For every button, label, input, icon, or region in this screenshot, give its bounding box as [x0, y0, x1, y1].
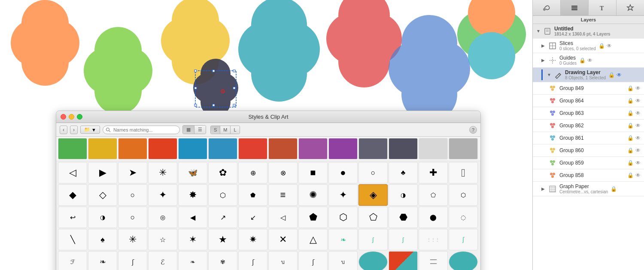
icon-cell[interactable]: ✦	[328, 184, 358, 206]
icon-cell[interactable]: ⬠	[358, 207, 388, 228]
icon-cell[interactable]: ◑	[88, 207, 117, 228]
lock-icon[interactable]: 🔒	[627, 123, 634, 129]
color-cell-gray-light[interactable]	[419, 138, 448, 159]
icon-cell-selected[interactable]: ◈	[358, 184, 388, 206]
layer-group-849[interactable]: Group 849 🔒 👁	[533, 82, 644, 95]
icon-cell[interactable]: ✳	[148, 162, 177, 183]
icon-cell[interactable]: ✺	[298, 184, 328, 206]
icon-cell[interactable]	[358, 251, 388, 270]
icon-cell[interactable]: 🦋	[178, 162, 207, 183]
eye-icon[interactable]: 👁	[635, 172, 641, 178]
color-cell-orange[interactable]	[148, 138, 177, 159]
lock-icon[interactable]: 🔒	[627, 110, 634, 116]
lock-icon[interactable]: 🔒	[598, 43, 605, 49]
icon-cell[interactable]: ◁	[268, 207, 298, 228]
color-cell-blue-light[interactable]	[178, 138, 207, 159]
icon-cell[interactable]: ❧	[88, 251, 117, 270]
icon-cell[interactable]: ♠	[88, 229, 117, 250]
layer-group-860[interactable]: Group 860 🔒 👁	[533, 144, 644, 157]
icon-cell[interactable]: ✳	[118, 229, 147, 250]
color-cell-yellow[interactable]	[88, 138, 117, 159]
lock-icon[interactable]: 🔒	[627, 85, 634, 91]
icon-cell[interactable]: ⬡	[208, 184, 237, 206]
size-m-button[interactable]: M	[220, 126, 231, 134]
icon-cell[interactable]: ℱ	[58, 251, 87, 270]
tab-paint[interactable]	[533, 0, 561, 15]
icon-cell[interactable]: ■	[298, 162, 328, 183]
layer-drawing[interactable]: ▼ Drawing Layer 8 Objects, 1 Selected 🔒 …	[533, 68, 644, 82]
icon-cell[interactable]: ◌	[449, 207, 478, 228]
icon-cell[interactable]: ╲	[58, 229, 87, 250]
icon-cell[interactable]: ʃ	[449, 229, 478, 250]
eye-icon[interactable]: 👁	[635, 123, 641, 129]
lock-icon[interactable]: 🔒	[627, 172, 634, 178]
icon-cell[interactable]: ✦	[148, 184, 177, 206]
icon-cell[interactable]: ✚	[419, 162, 448, 183]
eye-icon[interactable]: 👁	[635, 110, 641, 116]
icon-cell[interactable]: ꭒ	[328, 251, 358, 270]
eye-icon[interactable]: 👁	[607, 43, 612, 49]
icon-cell[interactable]: ↗	[208, 207, 237, 228]
icon-cell[interactable]: ❧	[178, 251, 207, 270]
icon-cell[interactable]: ʃ	[118, 251, 147, 270]
eye-icon[interactable]: 👁	[635, 135, 641, 141]
eye-icon[interactable]: 👁	[635, 147, 641, 153]
icon-cell[interactable]	[389, 251, 418, 270]
icon-cell[interactable]: ━━━━━━	[419, 251, 448, 270]
layer-group-864[interactable]: Group 864 🔒 👁	[533, 95, 644, 107]
tab-styles[interactable]	[617, 0, 644, 15]
lock-icon[interactable]: 🔒	[608, 72, 615, 78]
color-cell-green[interactable]	[58, 138, 87, 159]
icon-cell[interactable]: ●	[328, 162, 358, 183]
icon-cell[interactable]: ⬟	[298, 207, 328, 228]
icon-cell[interactable]: ◆	[58, 184, 87, 206]
size-l-button[interactable]: L	[231, 126, 239, 134]
icon-cell[interactable]: ⬡	[328, 207, 358, 228]
icon-cell[interactable]: ☆	[148, 229, 177, 250]
icon-cell[interactable]: ⬟	[238, 184, 267, 206]
document-item[interactable]: ▼ Untitled 1814.2 x 1360.6 pt, 4 Layers	[533, 24, 644, 39]
layer-group-858[interactable]: Group 858 🔒 👁	[533, 169, 644, 182]
icon-cell[interactable]: ✾	[208, 251, 237, 270]
lock-icon[interactable]: 🔒	[627, 160, 634, 166]
icon-cell[interactable]: ✶	[178, 229, 207, 250]
color-cell-gray-dark[interactable]	[358, 138, 388, 159]
tab-text[interactable]: T	[589, 0, 617, 15]
lock-icon[interactable]: 🔒	[611, 186, 617, 192]
lock-icon[interactable]: 🔒	[627, 135, 634, 141]
icon-cell[interactable]: ℰ	[148, 251, 177, 270]
icon-cell[interactable]: ⬡	[449, 184, 478, 206]
color-cell-purple-light[interactable]	[298, 138, 328, 159]
layer-graph-paper[interactable]: ▶ Graph Paper Centimetre...vs, cartesian…	[533, 182, 644, 196]
back-button[interactable]: ‹	[60, 126, 67, 134]
icon-cell[interactable]: ◑	[389, 184, 418, 206]
color-cell-orange-light[interactable]	[118, 138, 147, 159]
layer-guides[interactable]: ▶ Guides 0 Guides 🔒 👁	[533, 53, 644, 68]
help-button[interactable]: ?	[469, 126, 477, 134]
eye-icon[interactable]: 👁	[635, 85, 641, 91]
lock-icon[interactable]: 🔒	[627, 98, 634, 104]
icon-cell[interactable]: ✷	[238, 229, 267, 250]
maximize-button[interactable]	[77, 114, 82, 120]
icon-cell[interactable]: ⋮⋮⋮	[419, 229, 448, 250]
close-button[interactable]	[61, 114, 66, 120]
icon-cell[interactable]: ▶	[88, 162, 117, 183]
eye-icon[interactable]: 👁	[635, 160, 641, 166]
icon-cell[interactable]: △	[298, 229, 328, 250]
icon-cell[interactable]: ⊗	[268, 162, 298, 183]
icon-cell[interactable]: ∫	[389, 229, 418, 250]
icon-cell[interactable]: ≡	[268, 184, 298, 206]
icon-cell[interactable]: ⬤	[419, 207, 448, 228]
icon-cell[interactable]: ➤	[118, 162, 147, 183]
icon-cell[interactable]: ↩	[58, 207, 87, 228]
layer-group-862[interactable]: Group 862 🔒 👁	[533, 120, 644, 132]
icon-cell[interactable]: ❧	[328, 229, 358, 250]
layer-slices[interactable]: ▶ Slices 0 slices, 0 selected 🔒 👁	[533, 39, 644, 53]
icon-cell[interactable]: ⊕	[238, 162, 267, 183]
color-cell-gray-darker[interactable]	[389, 138, 418, 159]
folder-button[interactable]: 📁▼	[80, 126, 100, 134]
icon-cell[interactable]: ♣	[389, 162, 418, 183]
icon-cell[interactable]: ↙	[238, 207, 267, 228]
color-cell-blue[interactable]	[208, 138, 237, 159]
color-cell-brown[interactable]	[268, 138, 298, 159]
